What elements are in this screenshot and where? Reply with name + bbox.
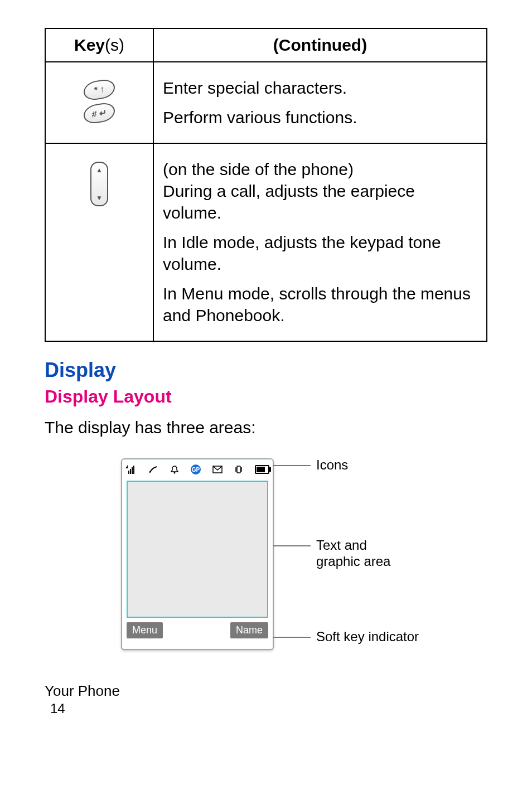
volume-key-icon: ▲ ▼ bbox=[90, 162, 108, 206]
table-header-row: Key(s) (Continued) bbox=[45, 28, 487, 62]
lead-line bbox=[273, 637, 311, 638]
header-key-paren: (s) bbox=[105, 36, 124, 54]
chevron-down-icon: ▼ bbox=[96, 194, 103, 202]
signal-icon bbox=[125, 465, 137, 474]
section-name: Your Phone bbox=[45, 682, 487, 700]
call-divert-icon bbox=[148, 465, 158, 474]
key-icons-group: ▲ ▼ bbox=[55, 162, 144, 206]
desc-text: (on the side of the phone) During a call… bbox=[163, 158, 477, 224]
desc-text: Perform various functions. bbox=[163, 106, 477, 128]
desc-text: In Menu mode, scrolls through the menus … bbox=[163, 283, 477, 326]
manual-page: Key(s) (Continued) * ↑ # ↵ Enter special… bbox=[0, 0, 532, 733]
phone-screen-mock: GP Menu Name bbox=[121, 458, 274, 650]
key-functions-table: Key(s) (Continued) * ↑ # ↵ Enter special… bbox=[45, 28, 487, 342]
svg-point-5 bbox=[174, 472, 176, 474]
svg-marker-0 bbox=[125, 465, 128, 468]
battery-icon bbox=[255, 465, 269, 474]
table-row: ▲ ▼ (on the side of the phone) During a … bbox=[45, 143, 487, 341]
svg-rect-4 bbox=[133, 466, 134, 474]
header-key-bold: Key bbox=[74, 36, 105, 54]
vibrate-icon bbox=[234, 465, 243, 474]
softkey-row: Menu Name bbox=[122, 619, 273, 642]
lead-line bbox=[273, 465, 311, 466]
softkey-left: Menu bbox=[127, 622, 163, 638]
desc-cell-star-hash: Enter special characters. Perform variou… bbox=[153, 62, 487, 143]
desc-cell-volume: (on the side of the phone) During a call… bbox=[153, 143, 487, 341]
page-number: 14 bbox=[50, 701, 487, 716]
star-key-icon: * ↑ bbox=[84, 78, 115, 101]
label-icons: Icons bbox=[316, 457, 348, 473]
svg-rect-2 bbox=[130, 469, 131, 474]
lead-line bbox=[273, 545, 311, 546]
alarm-icon bbox=[170, 465, 179, 474]
key-cell-star-hash: * ↑ # ↵ bbox=[45, 62, 153, 143]
label-text-area: Text and graphic area bbox=[316, 537, 390, 570]
gprs-icon: GP bbox=[191, 464, 201, 474]
svg-rect-1 bbox=[128, 471, 129, 474]
header-key: Key(s) bbox=[45, 28, 153, 62]
svg-rect-3 bbox=[132, 467, 133, 474]
intro-text: The display has three areas: bbox=[45, 418, 487, 437]
text-graphic-area bbox=[127, 481, 268, 618]
display-diagram: GP Menu Name bbox=[45, 454, 487, 655]
page-footer: Your Phone 14 bbox=[45, 682, 487, 716]
chevron-up-icon: ▲ bbox=[96, 166, 103, 174]
header-continued: (Continued) bbox=[153, 28, 487, 62]
key-cell-volume: ▲ ▼ bbox=[45, 143, 153, 341]
desc-text: In Idle mode, adjusts the keypad tone vo… bbox=[163, 231, 477, 275]
softkey-right: Name bbox=[230, 622, 268, 638]
hash-key-icon: # ↵ bbox=[84, 101, 115, 125]
svg-rect-7 bbox=[237, 466, 240, 473]
heading-display-layout: Display Layout bbox=[45, 386, 487, 407]
table-row: * ↑ # ↵ Enter special characters. Perfor… bbox=[45, 62, 487, 143]
key-icons-group: * ↑ # ↵ bbox=[55, 80, 144, 123]
status-icon-row: GP bbox=[122, 459, 273, 480]
desc-text: Enter special characters. bbox=[163, 77, 477, 99]
heading-display: Display bbox=[45, 359, 487, 382]
message-icon bbox=[212, 466, 223, 473]
label-softkey: Soft key indicator bbox=[316, 629, 419, 645]
